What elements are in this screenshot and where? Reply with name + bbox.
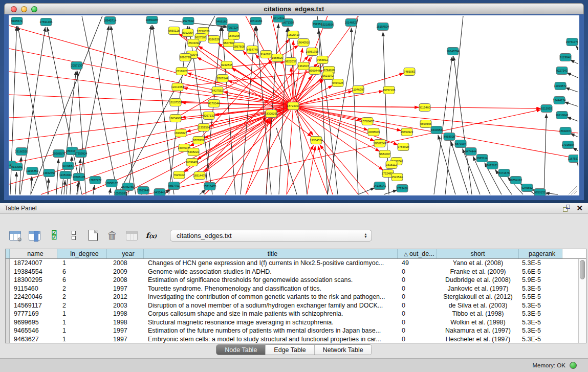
table-cell[interactable]: 0	[398, 285, 437, 293]
graph-edge[interactable]	[293, 106, 401, 131]
graph-edge[interactable]	[288, 28, 307, 194]
graph-node[interactable]: 10958107	[105, 180, 118, 187]
table-cell[interactable]: 5.3E-5	[519, 259, 562, 268]
graph-node[interactable]: 9474444	[465, 148, 476, 156]
network-canvas[interactable]: 9105571276914061894571410653287152760294…	[4, 14, 584, 200]
table-cell[interactable]: 6	[57, 276, 107, 285]
graph-edge[interactable]	[64, 180, 65, 194]
table-row[interactable]: 911546021997Tourette syndrome. Phenomeno…	[6, 285, 586, 293]
table-cell[interactable]: 1997	[107, 335, 144, 343]
table-cell[interactable]: 1	[57, 318, 107, 327]
graph-edge[interactable]	[570, 60, 578, 64]
select-rows-button[interactable]	[47, 229, 61, 242]
graph-node[interactable]: 9621072	[322, 72, 334, 80]
tab-edge-table[interactable]: Edge Table	[266, 345, 314, 355]
graph-node[interactable]: 7625402	[173, 171, 185, 179]
graph-edge[interactable]	[293, 106, 398, 145]
graph-edge[interactable]	[153, 25, 174, 194]
graph-edge[interactable]	[445, 16, 463, 194]
graph-node[interactable]: 1362615	[298, 62, 309, 70]
table-row[interactable]: 1872400712008Changes of HCN gene express…	[6, 259, 586, 268]
column-header-short[interactable]: short	[437, 249, 519, 258]
graph-node[interactable]: 1527602	[183, 17, 194, 25]
close-window-button[interactable]	[11, 6, 17, 12]
table-cell[interactable]: Genome-wide association studies in ADHD.	[144, 268, 398, 276]
graph-edge[interactable]	[384, 190, 398, 194]
graph-node[interactable]: 2867608	[233, 43, 245, 51]
graph-node[interactable]: 8958928	[444, 133, 455, 141]
graph-node[interactable]: 2803144	[217, 75, 228, 82]
table-cell[interactable]: 6	[57, 268, 107, 276]
graph-edge[interactable]	[576, 46, 578, 49]
graph-edge[interactable]	[438, 135, 455, 194]
graph-node[interactable]: 18724007	[287, 102, 300, 110]
table-cell[interactable]: 22420046	[10, 293, 57, 301]
graph-node[interactable]: 1615112	[386, 161, 397, 169]
table-cell[interactable]: Corpus callosum shape and size in male p…	[144, 310, 398, 318]
graph-node[interactable]: 15751074	[566, 38, 578, 46]
graph-node[interactable]: 9245652	[521, 184, 533, 192]
graph-node[interactable]: 2057130	[71, 62, 82, 70]
graph-node[interactable]: 18640910	[297, 39, 310, 47]
table-cell[interactable]: 2008	[107, 259, 144, 268]
graph-node[interactable]: 9435442	[154, 189, 165, 196]
table-cell[interactable]: Dudbridge et al. (2008)	[437, 276, 519, 285]
graph-node[interactable]: 9227343	[556, 67, 568, 75]
graph-edge[interactable]	[111, 26, 136, 194]
graph-edge[interactable]	[197, 57, 293, 106]
graph-edge[interactable]	[15, 172, 16, 194]
table-cell[interactable]: Disruption of a novel member of a sodium…	[144, 301, 398, 310]
delete-column-button[interactable]	[125, 229, 139, 242]
table-row[interactable]: 2242004622012Investigating the contribut…	[6, 293, 586, 301]
table-cell[interactable]: 0	[398, 335, 437, 343]
graph-node[interactable]: 6879197	[455, 140, 466, 148]
graph-edge[interactable]	[9, 106, 293, 141]
column-visibility-button[interactable]	[28, 229, 41, 242]
table-cell[interactable]: 9777169	[10, 310, 57, 318]
graph-node[interactable]: 8454749	[247, 46, 258, 54]
graph-edge[interactable]	[293, 91, 383, 106]
graph-node[interactable]: 9850152	[534, 189, 546, 196]
table-cell[interactable]: Tibbo et al. (1998)	[437, 310, 519, 318]
graph-node[interactable]: 9975887	[62, 162, 74, 170]
table-cell[interactable]: 2012	[107, 293, 144, 301]
table-cell[interactable]: 9699695	[10, 318, 57, 327]
tab-node-table[interactable]: Node Table	[216, 345, 266, 355]
graph-node[interactable]: 12923446	[137, 187, 150, 194]
graph-node[interactable]: 15716485	[204, 183, 216, 190]
graph-node[interactable]: 19166827	[175, 129, 187, 137]
graph-edge[interactable]	[269, 59, 293, 106]
table-cell[interactable]: 1	[57, 326, 107, 335]
graph-node[interactable]: 7955812	[317, 56, 328, 64]
graph-node[interactable]: 10653287	[146, 16, 159, 24]
graph-node[interactable]: 2522544	[391, 173, 403, 181]
graph-node[interactable]: 1588520	[272, 54, 283, 62]
graph-node[interactable]: 4170044	[208, 100, 220, 107]
graph-node[interactable]: 17359924	[75, 150, 88, 158]
table-row[interactable]: 1830029562008Estimation of significance …	[6, 276, 586, 285]
graph-edge[interactable]	[564, 102, 578, 106]
graph-node[interactable]: 13942757	[43, 169, 56, 177]
row-list-button[interactable]	[67, 229, 80, 242]
graph-node[interactable]: 11353584	[198, 124, 210, 132]
graph-node[interactable]: 9684067	[379, 150, 390, 158]
table-cell[interactable]: Embryonic stem cells: a model to study s…	[144, 335, 398, 343]
graph-node[interactable]: 9454025	[332, 79, 343, 87]
tab-network-table[interactable]: Network Table	[315, 345, 372, 355]
memory-ok-indicator[interactable]	[570, 362, 577, 369]
table-cell[interactable]: de Silva et al. (2003)	[437, 301, 519, 310]
table-scrollbar[interactable]	[578, 259, 586, 343]
table-cell[interactable]: 0	[398, 326, 437, 335]
close-panel-icon[interactable]: ✕	[576, 205, 583, 212]
graph-node[interactable]: 9129946	[560, 54, 571, 61]
graph-edge[interactable]	[570, 133, 578, 137]
graph-edge[interactable]	[9, 72, 293, 106]
graph-node[interactable]: 15692971	[559, 127, 572, 135]
table-cell[interactable]: 18300295	[10, 276, 57, 285]
graph-node[interactable]: 10854112	[510, 177, 522, 184]
graph-node[interactable]: 8990448	[309, 67, 320, 75]
graph-edge[interactable]	[358, 188, 375, 194]
graph-node[interactable]: 7957224	[227, 24, 238, 32]
graph-node[interactable]: 9660128	[168, 27, 180, 35]
graph-node[interactable]: 19218596	[321, 21, 334, 29]
